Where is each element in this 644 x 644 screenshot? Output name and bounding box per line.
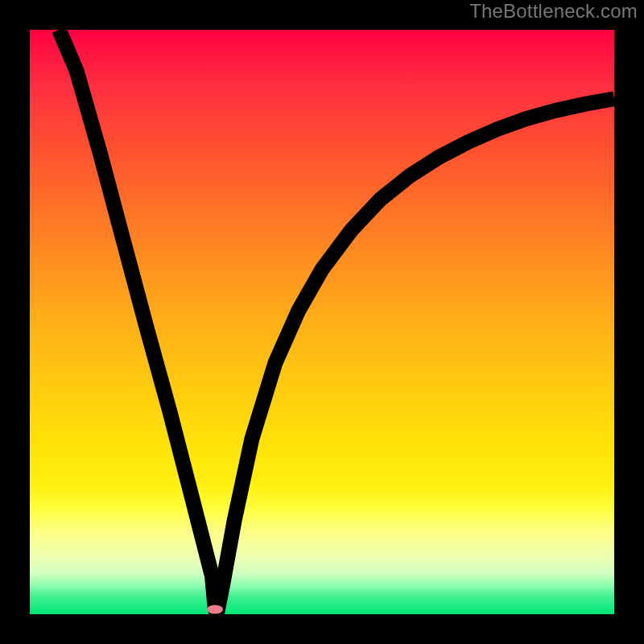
watermark: TheBottleneck.com	[469, 0, 638, 23]
chart-background-gradient	[30, 30, 614, 614]
bottleneck-chart: TheBottleneck.com	[0, 0, 644, 644]
optimal-point-marker	[207, 605, 223, 614]
